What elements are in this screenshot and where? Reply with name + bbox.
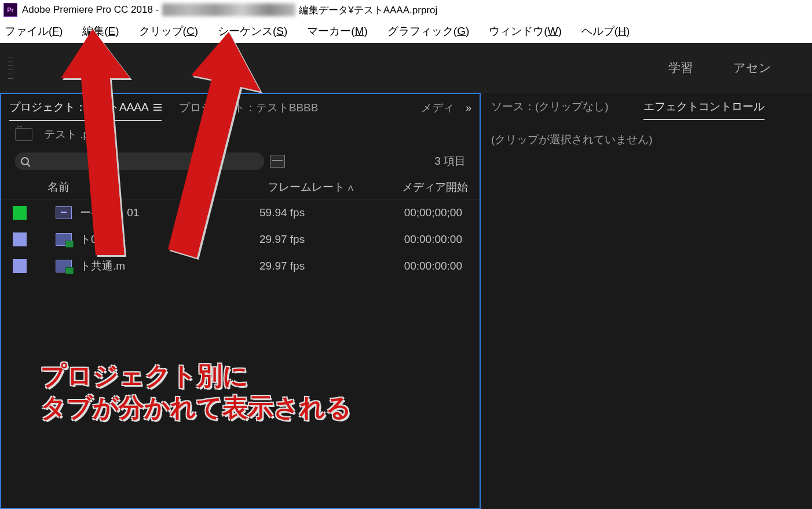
workspace-bar: 学習 アセン (0, 43, 812, 93)
tab-label: プロジェクト：テストBBBB (179, 100, 319, 115)
label-swatch[interactable] (13, 206, 27, 220)
table-row[interactable]: ーケンス 01 59.94 fps 00;00;00;00 (1, 199, 480, 226)
table-header: 名前 フレームレートᐱ メディア開始 (1, 175, 480, 199)
menu-file[interactable]: ファイル(F) (5, 24, 63, 39)
clip-start: 00:00:00:00 (370, 233, 480, 246)
clip-fps: 29.97 fps (259, 260, 370, 272)
column-name[interactable]: 名前 (13, 180, 268, 195)
tab-project-bbbb[interactable]: プロジェクト：テストBBBB (179, 94, 319, 121)
workspace-learn[interactable]: 学習 (668, 60, 693, 76)
tab-project-aaaa[interactable]: プロジェクト：テストAAAA (9, 94, 162, 121)
video-clip-icon (56, 260, 72, 272)
project-file-name: テスト .prproj (44, 127, 111, 142)
tab-label: プロジェクト：テストAAAA (9, 100, 149, 115)
title-redacted (162, 3, 295, 16)
tab-source-monitor[interactable]: ソース：(クリップなし) (491, 99, 609, 114)
menu-sequence[interactable]: シーケンス(S) (218, 24, 287, 39)
clip-start: 00:00:00:00 (370, 260, 480, 272)
filter-bins-icon[interactable] (270, 155, 285, 168)
menu-edit[interactable]: 編集(E) (82, 24, 119, 39)
menu-marker[interactable]: マーカー(M) (307, 24, 367, 39)
menu-window[interactable]: ウィンドウ(W) (489, 24, 562, 39)
clip-fps: 59.94 fps (259, 206, 370, 219)
title-bar: Pr Adobe Premiere Pro CC 2018 - 編集データ¥テス… (0, 0, 812, 20)
project-file-row: テスト .prproj (1, 122, 480, 147)
overflow-chevron-icon[interactable]: » (466, 102, 471, 114)
tab-media-browser[interactable]: メディ (421, 100, 454, 115)
clip-name: ト共通.m (80, 259, 259, 274)
sort-ascending-icon: ᐱ (348, 184, 353, 192)
clip-name: ト0. MP4 (80, 232, 259, 247)
premiere-logo-icon: Pr (3, 3, 17, 17)
no-clip-selected-text: (クリップが選択されていません) (481, 121, 812, 159)
source-panel: ソース：(クリップなし) エフェクトコントロール (クリップが選択されていません… (481, 93, 812, 509)
table-row[interactable]: ト0. MP4 29.97 fps 00:00:00:00 (1, 226, 480, 253)
clip-name: ーケンス 01 (80, 205, 259, 220)
column-media-start[interactable]: メディア開始 (378, 180, 480, 195)
label-swatch[interactable] (13, 259, 27, 273)
column-framerate[interactable]: フレームレートᐱ (268, 180, 378, 195)
panel-menu-icon[interactable] (153, 104, 162, 111)
search-input[interactable] (15, 152, 264, 170)
clip-start: 00;00;00;00 (370, 206, 480, 219)
items-count: 3 項目 (434, 154, 466, 169)
bin-icon[interactable] (15, 128, 32, 141)
menu-bar: ファイル(F) 編集(E) クリップ(C) シーケンス(S) マーカー(M) グ… (0, 20, 812, 43)
project-table: 名前 フレームレートᐱ メディア開始 ーケンス 01 59.94 fps 00;… (1, 175, 480, 508)
source-panel-tabs: ソース：(クリップなし) エフェクトコントロール (481, 93, 812, 121)
window-title-prefix: Adobe Premiere Pro CC 2018 - (22, 4, 159, 16)
label-swatch[interactable] (13, 232, 27, 246)
menu-clip[interactable]: クリップ(C) (139, 24, 198, 39)
workspace-assembly[interactable]: アセン (733, 60, 771, 76)
search-icon (21, 157, 29, 165)
panel-drag-handle-icon[interactable] (8, 55, 13, 81)
menu-help[interactable]: ヘルプ(H) (581, 24, 630, 39)
project-panel-tabs: プロジェクト：テストAAAA プロジェクト：テストBBBB メディ » (1, 94, 480, 122)
video-clip-icon (56, 233, 72, 246)
sequence-icon (56, 206, 72, 219)
table-row[interactable]: ト共通.m 29.97 fps 00:00:00:00 (1, 253, 480, 279)
search-row: 3 項目 (1, 147, 480, 175)
window-title-suffix: 編集データ¥テストAAAA.prproj (299, 3, 437, 17)
tab-effect-controls[interactable]: エフェクトコントロール (643, 93, 765, 120)
menu-graphics[interactable]: グラフィック(G) (387, 24, 469, 39)
project-panel: プロジェクト：テストAAAA プロジェクト：テストBBBB メディ » テスト … (0, 93, 481, 509)
clip-fps: 29.97 fps (259, 233, 370, 246)
